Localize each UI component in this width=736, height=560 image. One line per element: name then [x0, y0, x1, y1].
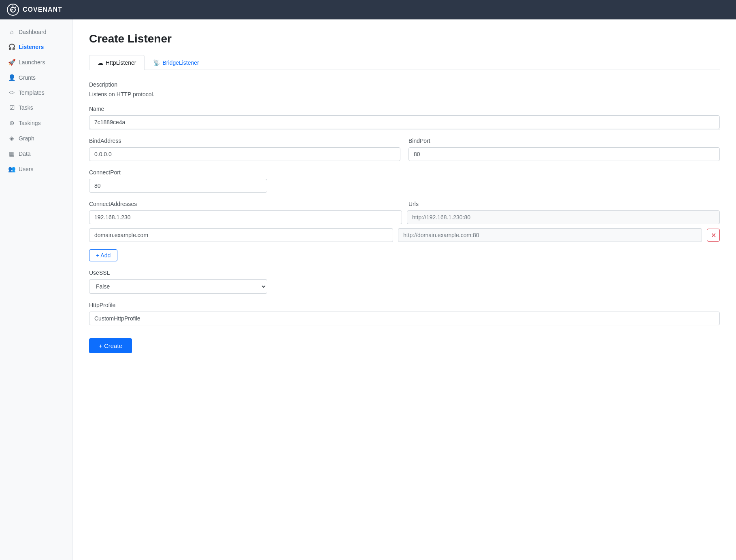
url-input-1 [407, 210, 720, 224]
bind-port-input[interactable] [408, 147, 720, 161]
use-ssl-label: UseSSL [89, 269, 720, 276]
dashboard-icon: ⌂ [8, 28, 15, 35]
sidebar-item-launchers[interactable]: 🚀 Launchers [0, 55, 72, 70]
tab-bridge-listener[interactable]: 📡 BridgeListener [145, 55, 207, 70]
main-content: Create Listener ☁ HttpListener 📡 BridgeL… [73, 19, 736, 560]
connect-port-section: ConnectPort [89, 169, 267, 193]
sidebar-item-tasks[interactable]: ☑ Tasks [0, 100, 72, 115]
connect-port-label: ConnectPort [89, 169, 267, 176]
sidebar-label-graph: Graph [19, 135, 34, 142]
name-label: Name [89, 106, 720, 112]
sidebar-label-users: Users [19, 166, 34, 172]
top-navigation: C COVENANT [0, 0, 736, 19]
description-label: Description [89, 81, 720, 88]
sidebar: ⌂ Dashboard 🎧 Listeners 🚀 Launchers 👤 Gr… [0, 19, 73, 560]
sidebar-label-tasks: Tasks [19, 104, 33, 111]
sidebar-label-grunts: Grunts [19, 74, 36, 81]
url-input-2 [398, 228, 702, 242]
bind-port-label: BindPort [408, 138, 720, 144]
cloud-icon: ☁ [98, 59, 103, 66]
sidebar-item-grunts[interactable]: 👤 Grunts [0, 70, 72, 85]
use-ssl-section: UseSSL False True [89, 269, 720, 294]
bind-address-section: BindAddress [89, 138, 400, 161]
sidebar-label-taskings: Taskings [19, 120, 40, 126]
grunts-icon: 👤 [8, 74, 15, 81]
sidebar-item-graph[interactable]: ◈ Graph [0, 131, 72, 146]
svg-text:C: C [11, 8, 14, 12]
connect-address-row-2: ✕ [89, 228, 720, 242]
sidebar-label-data: Data [19, 151, 31, 157]
sidebar-item-data[interactable]: ▦ Data [0, 146, 72, 161]
svg-line-3 [15, 6, 16, 8]
add-address-button[interactable]: + Add [89, 249, 117, 261]
taskings-icon: ⊕ [8, 119, 15, 127]
sidebar-label-templates: Templates [19, 89, 45, 96]
connect-addresses-label: ConnectAddresses [89, 201, 400, 207]
tab-http-listener[interactable]: ☁ HttpListener [89, 55, 145, 70]
data-icon: ▦ [8, 150, 15, 157]
bind-address-input[interactable] [89, 147, 400, 161]
graph-icon: ◈ [8, 135, 15, 142]
connect-addresses-header: ConnectAddresses Urls [89, 201, 720, 207]
signal-icon: 📡 [153, 59, 160, 66]
sidebar-item-users[interactable]: 👥 Users [0, 161, 72, 177]
tab-http-label: HttpListener [106, 59, 136, 66]
sidebar-item-taskings[interactable]: ⊕ Taskings [0, 115, 72, 131]
http-profile-label: HttpProfile [89, 302, 720, 308]
page-title: Create Listener [89, 32, 720, 45]
listeners-icon: 🎧 [8, 43, 15, 51]
connect-port-input[interactable] [89, 179, 267, 193]
bind-address-label: BindAddress [89, 138, 400, 144]
sidebar-label-listeners: Listeners [19, 44, 44, 50]
launchers-icon: 🚀 [8, 59, 15, 66]
users-icon: 👥 [8, 165, 15, 173]
description-text: Listens on HTTP protocol. [89, 91, 720, 98]
http-profile-section: HttpProfile [89, 302, 720, 325]
listener-tabs: ☁ HttpListener 📡 BridgeListener [89, 55, 720, 70]
logo: C COVENANT [6, 3, 62, 16]
bind-port-section: BindPort [408, 138, 720, 161]
tab-bridge-label: BridgeListener [162, 59, 199, 66]
connect-address-input-2[interactable] [89, 228, 393, 242]
urls-label: Urls [408, 201, 720, 207]
remove-address-button-2[interactable]: ✕ [707, 229, 720, 242]
connect-address-row-1 [89, 210, 720, 224]
http-profile-input[interactable] [89, 312, 720, 325]
name-section: Name [89, 106, 720, 129]
bind-row: BindAddress BindPort [89, 138, 720, 161]
sidebar-label-launchers: Launchers [19, 59, 45, 66]
sidebar-item-dashboard[interactable]: ⌂ Dashboard [0, 24, 72, 39]
logo-text: COVENANT [23, 6, 62, 13]
create-button[interactable]: + Create [89, 338, 132, 353]
connect-address-input-1[interactable] [89, 210, 402, 224]
name-input[interactable] [89, 115, 720, 129]
templates-icon: <> [8, 90, 15, 95]
description-section: Description Listens on HTTP protocol. [89, 81, 720, 98]
logo-icon: C [6, 3, 19, 16]
use-ssl-select[interactable]: False True [89, 279, 267, 294]
sidebar-item-templates[interactable]: <> Templates [0, 85, 72, 100]
sidebar-label-dashboard: Dashboard [19, 29, 47, 35]
tasks-icon: ☑ [8, 104, 15, 111]
sidebar-item-listeners[interactable]: 🎧 Listeners [0, 39, 72, 55]
